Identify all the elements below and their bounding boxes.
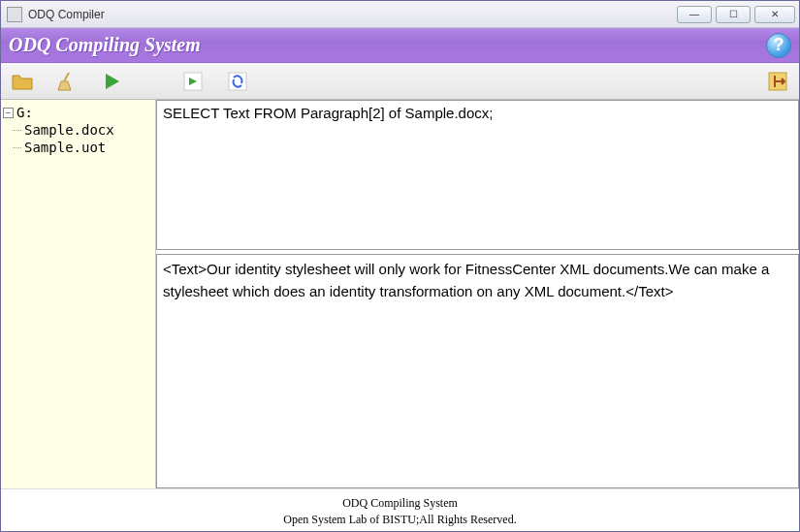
- help-button[interactable]: ?: [766, 33, 791, 58]
- broom-icon: [55, 70, 79, 93]
- tree-root-label: G:: [16, 105, 33, 120]
- footer: ODQ Compiling System Open System Lab of …: [1, 488, 799, 531]
- toolbar: [1, 63, 799, 100]
- file-tree[interactable]: − G: Sample.docx Sample.uot: [1, 100, 156, 488]
- close-button[interactable]: ✕: [754, 6, 795, 23]
- tree-item-label: Sample.docx: [24, 122, 114, 138]
- window-title: ODQ Compiler: [28, 8, 105, 21]
- tree-item[interactable]: Sample.docx: [3, 121, 153, 139]
- tree-root[interactable]: − G:: [3, 104, 153, 121]
- output-text: <Text>Our identity stylesheet will only …: [163, 261, 769, 299]
- footer-line1: ODQ Compiling System: [1, 495, 799, 512]
- banner-title: ODQ Compiling System: [9, 34, 766, 56]
- minimize-button[interactable]: —: [677, 6, 712, 23]
- exit-icon: [766, 70, 789, 93]
- collapse-icon[interactable]: −: [3, 108, 14, 118]
- refresh-button[interactable]: [224, 68, 251, 95]
- titlebar: ODQ Compiler — ☐ ✕: [1, 1, 799, 28]
- folder-icon: [11, 70, 34, 93]
- play-icon: [100, 70, 123, 93]
- output-pane[interactable]: <Text>Our identity stylesheet will only …: [156, 254, 799, 488]
- tree-item-label: Sample.uot: [24, 140, 106, 155]
- exit-button[interactable]: [764, 68, 791, 95]
- app-window: ODQ Compiler — ☐ ✕ ODQ Compiling System …: [0, 0, 800, 532]
- arrow-right-icon: [181, 70, 205, 93]
- content-area: − G: Sample.docx Sample.uot SELECT Text …: [1, 100, 799, 488]
- query-text: SELECT Text FROM Paragraph[2] of Sample.…: [163, 105, 493, 121]
- run-button[interactable]: [98, 68, 125, 95]
- editor-panes: SELECT Text FROM Paragraph[2] of Sample.…: [156, 100, 799, 488]
- app-icon: [7, 7, 22, 22]
- tree-item[interactable]: Sample.uot: [3, 139, 153, 156]
- maximize-button[interactable]: ☐: [716, 6, 751, 23]
- clean-button[interactable]: [53, 68, 80, 95]
- query-input[interactable]: SELECT Text FROM Paragraph[2] of Sample.…: [156, 100, 799, 250]
- open-folder-button[interactable]: [9, 68, 36, 95]
- banner: ODQ Compiling System ?: [1, 28, 799, 63]
- step-button[interactable]: [179, 68, 207, 95]
- refresh-icon: [226, 70, 249, 93]
- footer-line2: Open System Lab of BISTU;All Rights Rese…: [1, 512, 799, 528]
